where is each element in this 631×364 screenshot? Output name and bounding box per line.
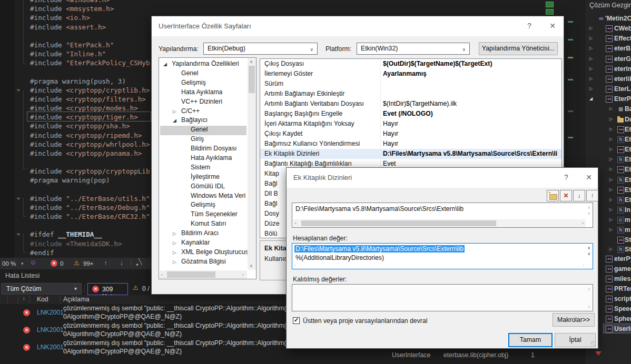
chevron-right-icon[interactable] [173, 231, 176, 236]
chevron-expanded-icon[interactable] [163, 62, 167, 67]
property-row-selected[interactable]: Ek Kitaplık DizinleriD:\Files\Martysama … [260, 149, 561, 159]
warning-badge-icon[interactable]: ⚠ [133, 284, 139, 291]
inherit-checkbox-label[interactable]: Üstten veya proje varsayılanlarından dev… [303, 317, 428, 325]
code-line[interactable]: #include<io.h> [30, 13, 90, 22]
next-error-icon[interactable]: ↓ [120, 259, 123, 267]
explorer-item[interactable]: Dı [585, 115, 631, 125]
code-line[interactable]: #endif [30, 248, 58, 257]
explorer-item[interactable]: Effect [585, 34, 631, 44]
chevron-right-icon[interactable] [609, 227, 613, 232]
property-row[interactable]: Sürüm [260, 79, 561, 89]
scroll-up-icon[interactable]: ∧ [587, 205, 590, 210]
vertical-scrollbar[interactable]: ∧ ∨ [248, 58, 256, 270]
scroll-up-icon[interactable]: ∧ [587, 246, 590, 250]
explorer-item[interactable]: eterBa [585, 44, 631, 54]
warning-count[interactable]: 99+ [83, 260, 94, 267]
code-line[interactable]: #include"Inline.h" [30, 49, 106, 58]
scroll-down-icon[interactable]: ∨ [587, 211, 590, 216]
column-header-code[interactable]: Kod [37, 296, 48, 303]
explorer-item[interactable]: eterlib [585, 75, 631, 84]
chevron-right-icon[interactable] [589, 76, 593, 81]
scroll-down-icon[interactable]: ∨ [587, 251, 590, 256]
error-count[interactable]: 0 [60, 260, 63, 267]
scroll-left-icon[interactable]: ‹ [161, 272, 163, 277]
chevron-right-icon[interactable] [609, 147, 613, 151]
code-line[interactable]: ⌄#include<cryptopp/cryptlib.h> [30, 86, 150, 95]
chevron-right-icon[interactable] [173, 250, 176, 255]
code-line[interactable]: #include"../EterBase/Debug.h" [30, 203, 150, 212]
explorer-item[interactable]: eterIn [585, 65, 631, 74]
code-line[interactable]: ⌄#include"../EterBase/utils.h" [30, 194, 150, 203]
code-line[interactable]: #include<assert.h> [30, 23, 106, 32]
code-line[interactable]: #include"EterPackPolicy_CSHyb [30, 58, 150, 67]
explorer-item[interactable]: 'Metin2C [585, 14, 631, 24]
code-line[interactable]: #include<cryptopp/panama.h> [30, 149, 142, 158]
code-line[interactable]: #include<cryptopp/tiger.h> [30, 113, 138, 122]
explorer-item[interactable]: eterG [585, 55, 631, 64]
scroll-right-icon[interactable]: › [582, 221, 584, 226]
error-count-badge[interactable]: ✕ 309 Hata [87, 283, 128, 295]
scroll-up-icon[interactable]: ∧ [250, 59, 253, 64]
cancel-button[interactable]: İptal [555, 333, 596, 347]
chevron-right-icon[interactable] [609, 187, 613, 192]
previous-error-icon[interactable]: ↑ [104, 259, 107, 267]
resize-grip[interactable] [590, 341, 596, 347]
column-header-description[interactable]: Açıklama [63, 296, 89, 303]
directories-list[interactable]: D:\Files\Martysama v5.8\Martysama\Source… [292, 203, 593, 228]
explorer-item[interactable]: Et [585, 125, 631, 135]
chevron-expanded-icon[interactable] [173, 118, 176, 123]
code-line[interactable]: ⌄#ifdef__THEMIDA__ [30, 230, 102, 239]
code-line[interactable]: #pragma warning(push, 3) [30, 77, 130, 86]
move-down-button[interactable] [573, 190, 585, 201]
chevron-right-icon[interactable] [609, 217, 613, 222]
scroll-right-icon[interactable]: › [583, 263, 584, 268]
chevron-right-icon[interactable] [609, 197, 613, 202]
close-icon[interactable]: ✕ [548, 22, 557, 30]
property-row[interactable]: Başlangıç Başlığını EngelleEvet (/NOLOGO… [260, 109, 561, 119]
close-icon[interactable]: ✕ [584, 173, 594, 181]
chevron-expanded-icon[interactable] [589, 96, 593, 101]
warning-badge-label[interactable]: 0 / [142, 285, 150, 292]
property-row[interactable]: Artımlı Bağlamayı Etkinleştir [260, 89, 561, 99]
feedback-icon[interactable]: ☺ [29, 259, 36, 266]
chevron-right-icon[interactable] [609, 207, 613, 212]
chevron-right-icon[interactable] [173, 109, 176, 114]
chevron-right-icon[interactable] [609, 247, 613, 251]
code-line[interactable]: #pragma warning(pop) [30, 176, 114, 185]
scrollbar-thumb[interactable] [167, 271, 215, 278]
configuration-manager-button[interactable]: Yapılandırma Yöneticisi... [479, 42, 558, 55]
help-icon[interactable]: ? [525, 22, 534, 30]
platform-dropdown[interactable]: Etkin(Win32) [357, 43, 470, 55]
chevron-right-icon[interactable] [173, 259, 176, 265]
scrollbar-thumb[interactable] [249, 66, 255, 93]
horizontal-scrollbar[interactable]: ‹ › [160, 270, 247, 279]
chevron-right-icon[interactable] [589, 26, 593, 31]
property-row[interactable]: İlerlemeyi GösterAyarlanmamış [260, 69, 561, 79]
severity-column-icon[interactable]: ! [23, 296, 25, 301]
code-line[interactable]: #include<mmsystem.h> [30, 4, 114, 13]
scroll-down-icon[interactable]: ∨ [587, 305, 590, 309]
explorer-item[interactable]: Et [585, 155, 631, 165]
move-up-button[interactable] [586, 190, 598, 201]
chevron-right-icon[interactable] [609, 127, 613, 132]
fold-arrow-icon[interactable]: ⌄ [17, 229, 20, 238]
fold-arrow-icon[interactable]: ⌄ [17, 85, 20, 94]
chevron-right-icon[interactable] [609, 167, 613, 171]
explorer-item[interactable]: CWeb [585, 24, 631, 34]
code-line[interactable]: #include<cryptopp/sha.h> [30, 122, 130, 130]
code-line[interactable]: #include"EterPack.h" [30, 41, 114, 49]
fold-arrow-icon[interactable]: ⌄ [17, 193, 20, 202]
chevron-right-icon[interactable] [609, 177, 613, 182]
chevron-right-icon[interactable] [589, 66, 593, 71]
chevron-right-icon[interactable] [589, 46, 593, 50]
code-line[interactable]: #include"../EterBase/CRC32.h" [30, 212, 150, 221]
error-count-icon[interactable]: ✕ [51, 260, 57, 267]
error-scope-dropdown[interactable]: Tüm Çözüm [1, 283, 82, 295]
property-row[interactable]: Çıkışı KaydetHayır [260, 129, 561, 139]
chevron-right-icon[interactable] [609, 117, 613, 122]
inherit-checkbox[interactable] [293, 317, 300, 324]
code-line[interactable]: #include<cryptopp/modes.h> [30, 104, 138, 113]
horizontal-scrollbar[interactable]: ‹ › [293, 219, 586, 227]
code-line[interactable]: #include<cryptopp/cryptoppLib [30, 167, 150, 176]
chevron-right-icon[interactable] [589, 86, 593, 91]
